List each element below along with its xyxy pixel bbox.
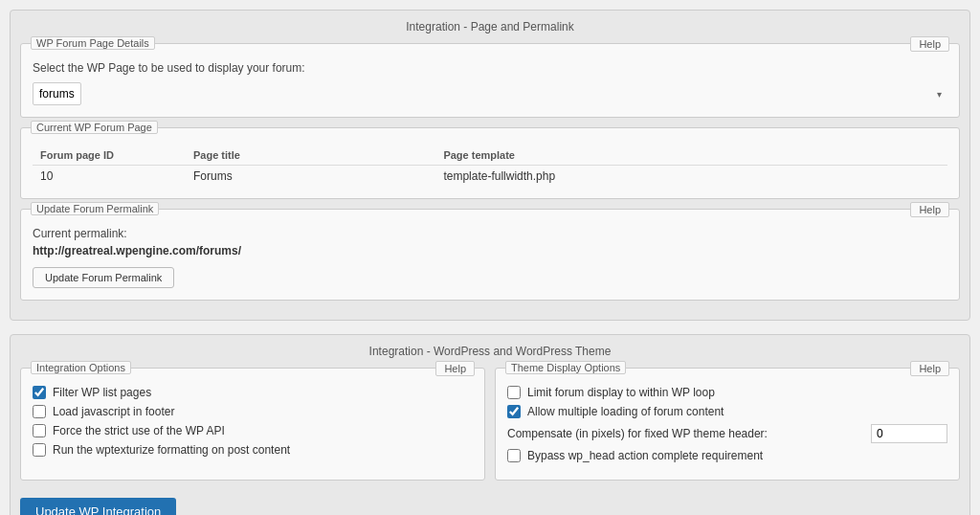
allow-multiple-checkbox[interactable]: [507, 405, 521, 418]
checkbox-allow-multiple: Allow multiple loading of forum content: [507, 405, 947, 418]
update-permalink-button[interactable]: Update Forum Permalink: [33, 267, 174, 288]
filter-wp-checkbox[interactable]: [33, 386, 46, 399]
bottom-panel-title: Integration - WordPress and WordPress Th…: [20, 345, 960, 358]
load-js-label: Load javascript in footer: [53, 405, 174, 418]
wp-forum-section: WP Forum Page Details Help Select the WP…: [20, 43, 960, 118]
current-page-legend: Current WP Forum Page: [31, 121, 158, 134]
integration-options-legend: Integration Options: [31, 361, 131, 374]
col-page-template: Page template: [435, 146, 947, 166]
permalink-legend: Update Forum Permalink: [31, 202, 159, 215]
current-page-table: Forum page ID Page title Page template 1…: [33, 146, 947, 187]
forum-id-cell: 10: [33, 166, 186, 188]
wp-forum-legend: WP Forum Page Details: [31, 36, 155, 50]
checkbox-bypass: Bypass wp_head action complete requireme…: [507, 449, 947, 462]
checkbox-strict-wp: Force the strict use of the WP API: [33, 424, 473, 437]
wp-forum-help-button[interactable]: Help: [910, 36, 949, 52]
permalink-help-button[interactable]: Help: [910, 202, 949, 217]
bottom-panel: Integration - WordPress and WordPress Th…: [10, 334, 970, 515]
current-page-section: Current WP Forum Page Forum page ID Page…: [20, 127, 960, 199]
wptexturize-label: Run the wptexturize formatting on post c…: [53, 443, 290, 457]
table-row: 10 Forums template-fullwidth.php: [33, 166, 947, 188]
theme-display-section: Theme Display Options Help Limit forum d…: [495, 368, 960, 481]
page-title-cell: Forums: [186, 166, 435, 188]
page-template-cell: template-fullwidth.php: [435, 166, 947, 188]
checkbox-load-js: Load javascript in footer: [33, 405, 473, 418]
checkbox-limit-forum: Limit forum display to within WP loop: [507, 386, 947, 399]
strict-wp-label: Force the strict use of the WP API: [53, 424, 225, 437]
bypass-checkbox[interactable]: [507, 449, 521, 462]
bypass-label: Bypass wp_head action complete requireme…: [527, 449, 763, 462]
wptexturize-checkbox[interactable]: [33, 443, 46, 457]
permalink-value: http://greatreal.wpengine.com/forums/: [33, 244, 947, 258]
permalink-section: Update Forum Permalink Help Current perm…: [20, 209, 960, 301]
select-arrow-icon: ▾: [937, 89, 942, 100]
forum-page-select[interactable]: forums: [33, 82, 81, 105]
current-permalink-label: Current permalink:: [33, 227, 947, 240]
select-forum-label: Select the WP Page to be used to display…: [33, 61, 947, 75]
allow-multiple-label: Allow multiple loading of forum content: [527, 405, 724, 418]
forum-select-wrapper: forums ▾: [33, 82, 947, 105]
col-forum-id: Forum page ID: [33, 146, 186, 166]
theme-display-help-button[interactable]: Help: [910, 361, 949, 376]
integration-options-help-button[interactable]: Help: [435, 361, 475, 376]
top-panel-title: Integration - Page and Permalink: [20, 20, 960, 34]
theme-display-legend: Theme Display Options: [505, 361, 626, 374]
limit-forum-checkbox[interactable]: [507, 386, 521, 399]
col-page-title: Page title: [186, 146, 435, 166]
compensate-label: Compensate (in pixels) for fixed WP them…: [507, 427, 871, 440]
load-js-checkbox[interactable]: [33, 405, 46, 418]
two-col-layout: Integration Options Help Filter WP list …: [20, 368, 960, 490]
compensate-input[interactable]: [871, 424, 947, 443]
checkbox-filter-wp: Filter WP list pages: [33, 386, 473, 399]
integration-options-section: Integration Options Help Filter WP list …: [20, 368, 485, 481]
checkbox-wptexturize: Run the wptexturize formatting on post c…: [33, 443, 473, 457]
filter-wp-label: Filter WP list pages: [53, 386, 151, 399]
limit-forum-label: Limit forum display to within WP loop: [527, 386, 715, 399]
strict-wp-checkbox[interactable]: [33, 424, 46, 437]
update-wp-integration-button[interactable]: Update WP Integration: [20, 498, 176, 515]
top-panel: Integration - Page and Permalink WP Foru…: [10, 10, 970, 321]
compensate-row: Compensate (in pixels) for fixed WP them…: [507, 424, 947, 443]
